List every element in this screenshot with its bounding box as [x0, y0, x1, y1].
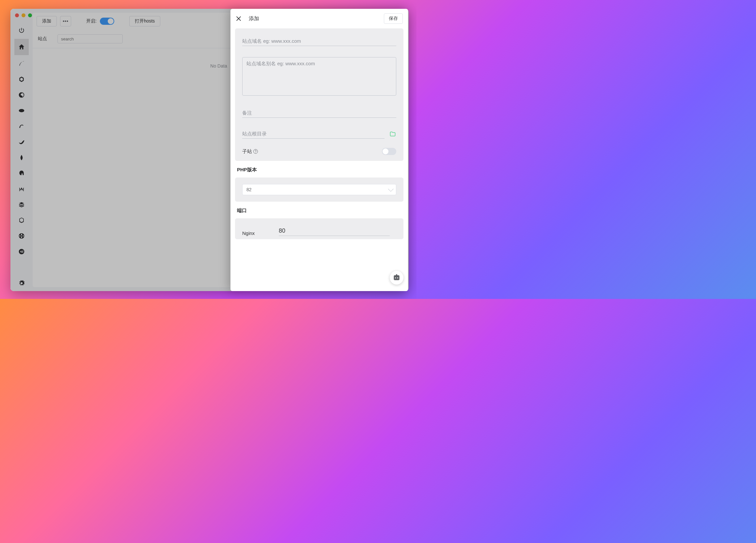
sidebar-item-settings[interactable] — [14, 276, 29, 290]
svg-point-0 — [19, 109, 24, 112]
caddy-icon — [18, 92, 25, 98]
hexagon-g-icon — [18, 76, 25, 83]
php-icon — [18, 107, 25, 114]
remark-input[interactable] — [242, 108, 396, 118]
gear-icon — [18, 280, 25, 286]
col-site-label: 站点 — [38, 36, 57, 42]
dns-icon — [18, 248, 25, 255]
sidebar-item-redis[interactable] — [14, 198, 29, 212]
close-icon[interactable] — [236, 16, 242, 22]
sidebar-item-dns[interactable] — [14, 245, 29, 259]
save-button[interactable]: 保存 — [384, 13, 403, 24]
substation-row: 子站 ? — [242, 148, 396, 155]
chevron-down-icon — [388, 186, 394, 192]
cube-icon — [18, 217, 25, 224]
drawer-header: 添加 保存 — [230, 9, 408, 28]
feather-icon — [18, 60, 25, 67]
maximize-window-icon[interactable] — [28, 13, 32, 17]
mysql-icon — [18, 123, 25, 130]
more-button[interactable]: ••• — [60, 16, 71, 26]
php-version-value: 82 — [246, 187, 252, 192]
sidebar-item-http[interactable] — [14, 229, 29, 243]
php-version-select[interactable]: 82 — [242, 184, 396, 195]
drawer-title: 添加 — [249, 15, 259, 22]
mongo-icon — [18, 154, 25, 161]
sidebar-item-php[interactable] — [14, 104, 29, 118]
domain-input[interactable] — [242, 36, 396, 46]
substation-label: 子站 ? — [242, 149, 258, 155]
mariadb-icon — [18, 139, 25, 145]
enable-label: 开启: — [86, 18, 97, 24]
minimize-window-icon[interactable] — [22, 13, 25, 17]
sidebar-item-node[interactable] — [14, 213, 29, 228]
sidebar-item-mysql[interactable] — [14, 119, 29, 134]
sidebar-item-feather[interactable] — [14, 56, 29, 71]
no-data-label: No Data — [210, 63, 227, 69]
sidebar-item-hexagon[interactable] — [14, 72, 29, 87]
sidebar-item-power[interactable] — [14, 23, 29, 38]
home-icon — [18, 43, 25, 51]
drawer-body[interactable]: 子站 ? PHP版本 82 端口 Nginx — [230, 28, 408, 291]
port-section-title: 端口 — [237, 208, 403, 214]
port-nginx-input[interactable] — [279, 226, 390, 236]
site-info-block: 子站 ? — [235, 28, 403, 161]
port-block: Nginx — [235, 218, 403, 239]
sidebar-item-postgres[interactable] — [14, 166, 29, 181]
stack-icon — [18, 201, 25, 208]
help-icon[interactable]: ? — [253, 149, 258, 154]
php-select-block: 82 — [235, 178, 403, 202]
substation-toggle[interactable] — [382, 148, 396, 155]
php-section-title: PHP版本 — [237, 167, 403, 173]
m-icon — [18, 186, 25, 192]
robot-icon — [392, 273, 401, 282]
sidebar-item-home[interactable] — [14, 39, 29, 55]
globe-icon — [18, 233, 25, 239]
sidebar-item-mongo[interactable] — [14, 151, 29, 165]
window-controls — [15, 13, 32, 17]
sidebar-item-mariadb[interactable] — [14, 135, 29, 149]
open-hosts-button[interactable]: 打开hosts — [129, 16, 160, 26]
folder-icon[interactable] — [389, 131, 396, 139]
sidebar — [10, 9, 33, 291]
add-button[interactable]: 添加 — [37, 16, 57, 26]
search-input[interactable] — [57, 34, 123, 43]
postgres-icon — [18, 170, 25, 177]
enable-toggle[interactable] — [100, 18, 114, 25]
port-nginx-label: Nginx — [242, 231, 259, 236]
assistant-bubble[interactable] — [390, 271, 403, 284]
power-icon — [18, 27, 25, 34]
sidebar-item-memcached[interactable] — [14, 182, 29, 196]
root-dir-input[interactable] — [242, 129, 385, 139]
close-window-icon[interactable] — [15, 13, 19, 17]
sidebar-item-globe[interactable] — [14, 88, 29, 102]
add-drawer: 添加 保存 — [230, 9, 408, 291]
alias-textarea[interactable] — [242, 57, 396, 96]
